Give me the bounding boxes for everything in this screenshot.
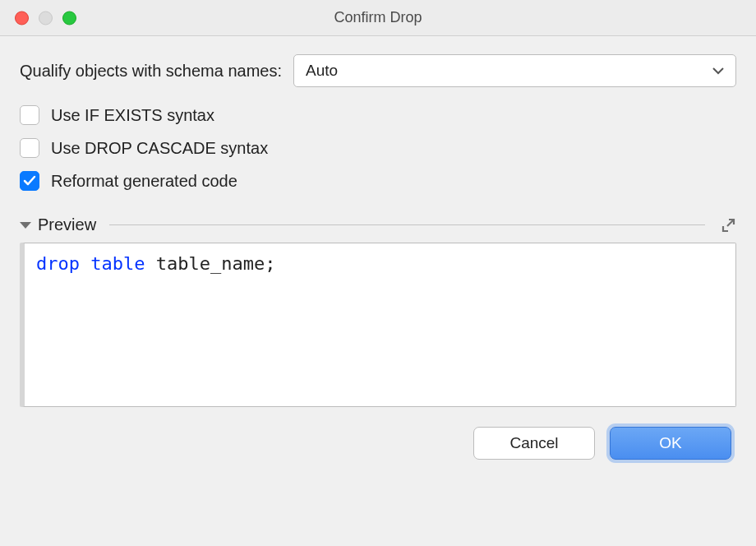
window-title: Confirm Drop — [0, 9, 756, 26]
drop-cascade-label: Use DROP CASCADE syntax — [51, 139, 268, 158]
chevron-down-icon — [712, 64, 724, 77]
button-bar: Cancel OK — [20, 427, 736, 460]
qualify-label: Qualify objects with schema names: — [20, 62, 282, 81]
preview-header: Preview — [20, 215, 736, 234]
drop-cascade-row: Use DROP CASCADE syntax — [20, 138, 736, 158]
preview-title: Preview — [38, 215, 96, 234]
qualify-dropdown[interactable]: Auto — [293, 54, 736, 87]
disclosure-triangle-icon[interactable] — [20, 222, 31, 229]
if-exists-row: Use IF EXISTS syntax — [20, 105, 736, 125]
close-window-button[interactable] — [15, 11, 29, 25]
popout-icon[interactable] — [720, 217, 736, 234]
code-keyword-table: table — [90, 253, 145, 274]
cancel-button-label: Cancel — [509, 434, 558, 452]
reformat-checkbox[interactable] — [20, 171, 39, 191]
maximize-window-button[interactable] — [62, 11, 76, 25]
reformat-label: Reformat generated code — [51, 172, 237, 191]
preview-divider — [109, 224, 705, 225]
preview-section: Preview drop table table_name; — [20, 215, 736, 407]
ok-button[interactable]: OK — [610, 427, 731, 460]
window-controls — [15, 11, 76, 25]
drop-cascade-checkbox[interactable] — [20, 138, 39, 158]
if-exists-checkbox[interactable] — [20, 105, 39, 125]
cancel-button[interactable]: Cancel — [473, 427, 595, 460]
qualify-dropdown-value: Auto — [306, 62, 338, 80]
titlebar: Confirm Drop — [0, 0, 756, 36]
code-keyword-drop: drop — [36, 253, 80, 274]
preview-code-area[interactable]: drop table table_name; — [20, 243, 736, 407]
minimize-window-button[interactable] — [39, 11, 53, 25]
ok-button-label: OK — [659, 434, 681, 452]
if-exists-label: Use IF EXISTS syntax — [51, 106, 214, 125]
reformat-row: Reformat generated code — [20, 171, 736, 191]
qualify-row: Qualify objects with schema names: Auto — [20, 54, 736, 87]
code-identifier: table_name; — [156, 253, 276, 274]
dialog-content: Qualify objects with schema names: Auto … — [0, 36, 756, 474]
